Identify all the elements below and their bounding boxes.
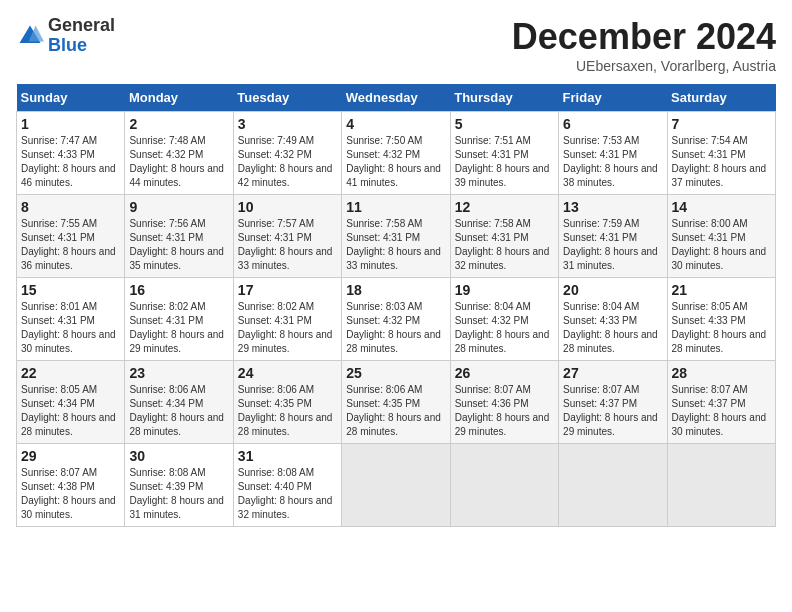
- calendar-week-4: 22Sunrise: 8:05 AMSunset: 4:34 PMDayligh…: [17, 361, 776, 444]
- day-number: 22: [21, 365, 120, 381]
- day-number: 23: [129, 365, 228, 381]
- day-info: Sunrise: 7:48 AMSunset: 4:32 PMDaylight:…: [129, 134, 228, 190]
- day-info: Sunrise: 8:04 AMSunset: 4:33 PMDaylight:…: [563, 300, 662, 356]
- calendar-cell: 5Sunrise: 7:51 AMSunset: 4:31 PMDaylight…: [450, 112, 558, 195]
- header-tuesday: Tuesday: [233, 84, 341, 112]
- day-number: 7: [672, 116, 771, 132]
- header-saturday: Saturday: [667, 84, 775, 112]
- day-number: 8: [21, 199, 120, 215]
- day-info: Sunrise: 8:01 AMSunset: 4:31 PMDaylight:…: [21, 300, 120, 356]
- day-info: Sunrise: 8:07 AMSunset: 4:38 PMDaylight:…: [21, 466, 120, 522]
- day-info: Sunrise: 8:05 AMSunset: 4:33 PMDaylight:…: [672, 300, 771, 356]
- day-info: Sunrise: 7:57 AMSunset: 4:31 PMDaylight:…: [238, 217, 337, 273]
- day-number: 20: [563, 282, 662, 298]
- day-info: Sunrise: 7:47 AMSunset: 4:33 PMDaylight:…: [21, 134, 120, 190]
- calendar-cell: 20Sunrise: 8:04 AMSunset: 4:33 PMDayligh…: [559, 278, 667, 361]
- day-number: 19: [455, 282, 554, 298]
- day-number: 9: [129, 199, 228, 215]
- day-info: Sunrise: 8:08 AMSunset: 4:39 PMDaylight:…: [129, 466, 228, 522]
- calendar-cell: [667, 444, 775, 527]
- day-info: Sunrise: 8:07 AMSunset: 4:37 PMDaylight:…: [563, 383, 662, 439]
- calendar-cell: 12Sunrise: 7:58 AMSunset: 4:31 PMDayligh…: [450, 195, 558, 278]
- day-number: 6: [563, 116, 662, 132]
- day-info: Sunrise: 8:06 AMSunset: 4:34 PMDaylight:…: [129, 383, 228, 439]
- header-wednesday: Wednesday: [342, 84, 450, 112]
- calendar-cell: 4Sunrise: 7:50 AMSunset: 4:32 PMDaylight…: [342, 112, 450, 195]
- day-info: Sunrise: 8:02 AMSunset: 4:31 PMDaylight:…: [129, 300, 228, 356]
- calendar-cell: [342, 444, 450, 527]
- calendar-cell: 1Sunrise: 7:47 AMSunset: 4:33 PMDaylight…: [17, 112, 125, 195]
- day-number: 31: [238, 448, 337, 464]
- day-number: 4: [346, 116, 445, 132]
- logo-general-text: General: [48, 15, 115, 35]
- day-number: 18: [346, 282, 445, 298]
- day-number: 28: [672, 365, 771, 381]
- calendar-week-2: 8Sunrise: 7:55 AMSunset: 4:31 PMDaylight…: [17, 195, 776, 278]
- day-info: Sunrise: 7:58 AMSunset: 4:31 PMDaylight:…: [455, 217, 554, 273]
- calendar-week-1: 1Sunrise: 7:47 AMSunset: 4:33 PMDaylight…: [17, 112, 776, 195]
- calendar-cell: 27Sunrise: 8:07 AMSunset: 4:37 PMDayligh…: [559, 361, 667, 444]
- calendar-cell: 9Sunrise: 7:56 AMSunset: 4:31 PMDaylight…: [125, 195, 233, 278]
- day-number: 17: [238, 282, 337, 298]
- calendar-cell: 2Sunrise: 7:48 AMSunset: 4:32 PMDaylight…: [125, 112, 233, 195]
- calendar-cell: 28Sunrise: 8:07 AMSunset: 4:37 PMDayligh…: [667, 361, 775, 444]
- calendar-body: 1Sunrise: 7:47 AMSunset: 4:33 PMDaylight…: [17, 112, 776, 527]
- day-info: Sunrise: 7:50 AMSunset: 4:32 PMDaylight:…: [346, 134, 445, 190]
- header-friday: Friday: [559, 84, 667, 112]
- day-number: 10: [238, 199, 337, 215]
- day-info: Sunrise: 7:58 AMSunset: 4:31 PMDaylight:…: [346, 217, 445, 273]
- logo: General Blue: [16, 16, 115, 56]
- logo-blue-text: Blue: [48, 35, 87, 55]
- calendar-cell: 15Sunrise: 8:01 AMSunset: 4:31 PMDayligh…: [17, 278, 125, 361]
- day-info: Sunrise: 8:02 AMSunset: 4:31 PMDaylight:…: [238, 300, 337, 356]
- day-number: 24: [238, 365, 337, 381]
- day-number: 14: [672, 199, 771, 215]
- day-info: Sunrise: 8:03 AMSunset: 4:32 PMDaylight:…: [346, 300, 445, 356]
- calendar-week-3: 15Sunrise: 8:01 AMSunset: 4:31 PMDayligh…: [17, 278, 776, 361]
- day-info: Sunrise: 8:07 AMSunset: 4:36 PMDaylight:…: [455, 383, 554, 439]
- day-info: Sunrise: 7:56 AMSunset: 4:31 PMDaylight:…: [129, 217, 228, 273]
- day-number: 13: [563, 199, 662, 215]
- day-number: 27: [563, 365, 662, 381]
- calendar-cell: 6Sunrise: 7:53 AMSunset: 4:31 PMDaylight…: [559, 112, 667, 195]
- calendar-cell: 14Sunrise: 8:00 AMSunset: 4:31 PMDayligh…: [667, 195, 775, 278]
- day-number: 21: [672, 282, 771, 298]
- calendar-cell: 10Sunrise: 7:57 AMSunset: 4:31 PMDayligh…: [233, 195, 341, 278]
- day-number: 1: [21, 116, 120, 132]
- day-number: 2: [129, 116, 228, 132]
- day-number: 15: [21, 282, 120, 298]
- logo-icon: [16, 22, 44, 50]
- page-header: General Blue December 2024 UEbersaxen, V…: [16, 16, 776, 74]
- title-block: December 2024 UEbersaxen, Vorarlberg, Au…: [512, 16, 776, 74]
- calendar-cell: 19Sunrise: 8:04 AMSunset: 4:32 PMDayligh…: [450, 278, 558, 361]
- location-subtitle: UEbersaxen, Vorarlberg, Austria: [512, 58, 776, 74]
- calendar-cell: 16Sunrise: 8:02 AMSunset: 4:31 PMDayligh…: [125, 278, 233, 361]
- header-thursday: Thursday: [450, 84, 558, 112]
- calendar-week-5: 29Sunrise: 8:07 AMSunset: 4:38 PMDayligh…: [17, 444, 776, 527]
- calendar-cell: 11Sunrise: 7:58 AMSunset: 4:31 PMDayligh…: [342, 195, 450, 278]
- calendar-header-row: SundayMondayTuesdayWednesdayThursdayFrid…: [17, 84, 776, 112]
- calendar-cell: 25Sunrise: 8:06 AMSunset: 4:35 PMDayligh…: [342, 361, 450, 444]
- calendar-cell: 29Sunrise: 8:07 AMSunset: 4:38 PMDayligh…: [17, 444, 125, 527]
- calendar-cell: 17Sunrise: 8:02 AMSunset: 4:31 PMDayligh…: [233, 278, 341, 361]
- header-monday: Monday: [125, 84, 233, 112]
- calendar-table: SundayMondayTuesdayWednesdayThursdayFrid…: [16, 84, 776, 527]
- day-info: Sunrise: 8:06 AMSunset: 4:35 PMDaylight:…: [238, 383, 337, 439]
- day-info: Sunrise: 8:04 AMSunset: 4:32 PMDaylight:…: [455, 300, 554, 356]
- calendar-cell: 21Sunrise: 8:05 AMSunset: 4:33 PMDayligh…: [667, 278, 775, 361]
- day-number: 3: [238, 116, 337, 132]
- calendar-cell: 22Sunrise: 8:05 AMSunset: 4:34 PMDayligh…: [17, 361, 125, 444]
- day-info: Sunrise: 8:00 AMSunset: 4:31 PMDaylight:…: [672, 217, 771, 273]
- calendar-cell: [450, 444, 558, 527]
- calendar-cell: 26Sunrise: 8:07 AMSunset: 4:36 PMDayligh…: [450, 361, 558, 444]
- day-info: Sunrise: 7:51 AMSunset: 4:31 PMDaylight:…: [455, 134, 554, 190]
- day-info: Sunrise: 7:54 AMSunset: 4:31 PMDaylight:…: [672, 134, 771, 190]
- calendar-cell: 8Sunrise: 7:55 AMSunset: 4:31 PMDaylight…: [17, 195, 125, 278]
- day-info: Sunrise: 7:53 AMSunset: 4:31 PMDaylight:…: [563, 134, 662, 190]
- day-info: Sunrise: 8:06 AMSunset: 4:35 PMDaylight:…: [346, 383, 445, 439]
- day-number: 30: [129, 448, 228, 464]
- header-sunday: Sunday: [17, 84, 125, 112]
- day-info: Sunrise: 7:59 AMSunset: 4:31 PMDaylight:…: [563, 217, 662, 273]
- calendar-cell: 18Sunrise: 8:03 AMSunset: 4:32 PMDayligh…: [342, 278, 450, 361]
- day-number: 26: [455, 365, 554, 381]
